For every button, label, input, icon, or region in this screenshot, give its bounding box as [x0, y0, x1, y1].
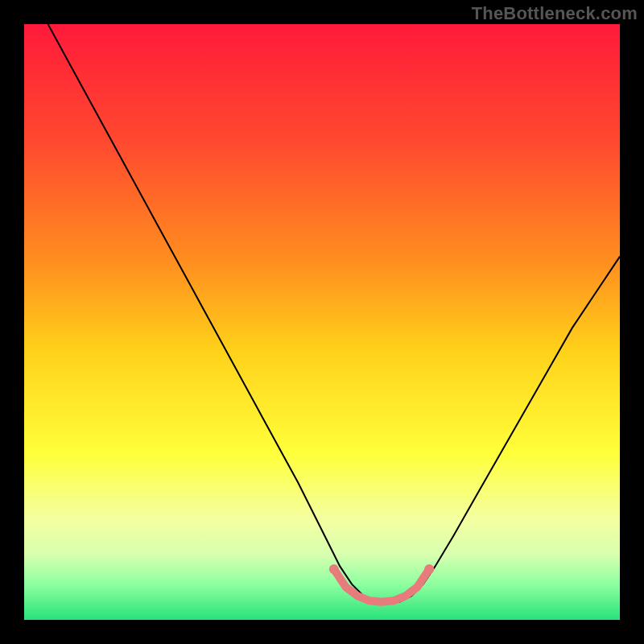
optimal-dot-left	[329, 564, 339, 574]
chart-frame: TheBottleneck.com	[0, 0, 644, 644]
watermark-label: TheBottleneck.com	[472, 3, 638, 24]
chart-canvas	[24, 24, 620, 620]
optimal-dot-right	[424, 564, 434, 574]
plot-area	[24, 24, 620, 620]
